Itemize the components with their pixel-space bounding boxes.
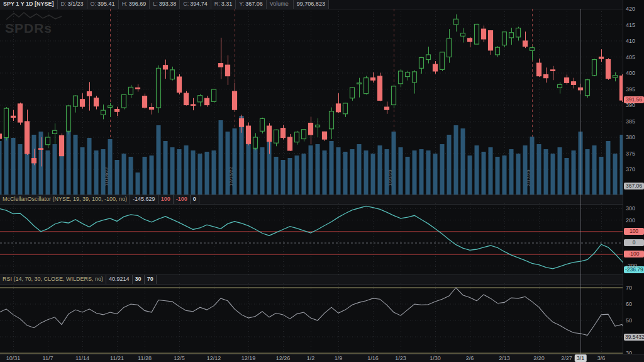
candle-body	[122, 94, 126, 108]
rsi-title[interactable]: RSI (14, 70, 30, CLOSE, WILDERS, no)	[0, 275, 106, 284]
volume-bar	[4, 135, 9, 195]
rsi-axis-label: 60	[626, 301, 632, 307]
volume-bar	[80, 147, 85, 195]
candle-body	[39, 149, 43, 150]
volume-bar	[350, 149, 355, 195]
volume-bar	[558, 147, 562, 195]
volume-bar	[184, 145, 189, 195]
time-axis-label: 12/19	[242, 355, 256, 361]
candle-body	[143, 96, 147, 108]
volume-bar	[516, 154, 521, 195]
volume-label: Volume	[267, 0, 294, 9]
candle-body	[461, 33, 465, 37]
volume-bar	[219, 120, 223, 195]
volume-bar	[461, 128, 465, 195]
indicator-param[interactable]: 0	[190, 195, 199, 204]
candle-body	[509, 33, 514, 38]
candle-body	[101, 110, 106, 115]
price-axis-label: 395	[626, 86, 635, 93]
time-axis[interactable]: 3/1 10/3111/711/1411/2111/2812/512/1212/…	[0, 354, 644, 362]
oscillator-line	[0, 206, 623, 270]
price-axis-label: 410	[626, 38, 635, 44]
candle-body	[274, 130, 279, 143]
volume-bar	[343, 152, 348, 195]
candle-body	[392, 86, 396, 105]
volume-value: 99,706,823	[294, 0, 329, 9]
volume-bar	[336, 147, 341, 195]
candle-body	[247, 126, 251, 144]
oscillator-level-badge: 100	[624, 228, 644, 235]
time-axis-label: 1/30	[430, 355, 441, 361]
price-axis-label: 390	[626, 102, 635, 108]
volume-bar	[108, 139, 113, 195]
volume-bar	[74, 135, 78, 195]
candle-body	[475, 24, 479, 44]
time-axis-label: 11/21	[110, 355, 124, 361]
volume-bar	[288, 158, 292, 195]
time-axis-label: 12/5	[174, 355, 185, 361]
volume-bar	[122, 154, 126, 195]
candle-body	[219, 64, 223, 67]
price-chart-panel[interactable]: 11/18/2212/16/221/20/232/17/23	[0, 9, 623, 195]
candle-body	[233, 91, 237, 110]
candle-body	[433, 64, 438, 71]
volume-bar	[136, 173, 140, 195]
indicator-param[interactable]: 100	[158, 195, 174, 204]
candle-body	[468, 38, 472, 42]
candle-body	[260, 118, 265, 131]
rsi-axis-label: 50	[626, 317, 632, 324]
time-axis-label: 12/26	[276, 355, 291, 361]
oscillator-axis-label: -200	[626, 263, 637, 269]
candle-body	[129, 87, 133, 94]
candle-body	[440, 52, 445, 70]
rsi-line	[0, 288, 623, 337]
volume-bar	[509, 149, 514, 195]
volume-bar	[302, 154, 306, 195]
candle-body	[378, 76, 382, 100]
price-axis-column[interactable]: 391.56 367.06 -236.79 39.5432 4204154104…	[623, 0, 644, 354]
indicator-param[interactable]: -100	[173, 195, 191, 204]
volume-bar	[205, 152, 209, 195]
candle-body	[198, 96, 203, 102]
volume-bar	[371, 154, 375, 195]
candle-body	[343, 103, 348, 114]
indicator-param[interactable]: 30	[132, 275, 145, 284]
candle-body	[212, 89, 216, 101]
oscillator-title[interactable]: McClellanOscillator (NYSE, 19, 39, 100, …	[0, 195, 130, 204]
rsi-panel[interactable]	[0, 283, 623, 354]
candle-body	[11, 116, 16, 117]
price-axis-label: 375	[626, 150, 635, 157]
candle-body	[413, 72, 417, 82]
candle-body	[565, 78, 569, 83]
candle-body	[537, 63, 541, 76]
oscillator-axis-label: 300	[626, 205, 635, 212]
candle-body	[74, 96, 78, 106]
oscillator-panel[interactable]	[0, 203, 623, 274]
volume-bar	[454, 125, 458, 195]
volume-bar	[489, 147, 493, 195]
volume-bar	[164, 141, 168, 195]
candle-body	[606, 60, 611, 79]
candle-body	[447, 38, 452, 57]
candle-body	[240, 118, 244, 127]
rsi-params: 3070	[133, 275, 157, 284]
candle-body	[454, 19, 458, 25]
candle-body	[406, 72, 410, 77]
candle-body	[184, 93, 189, 105]
time-axis-label: 2/20	[533, 355, 545, 361]
volume-bar	[496, 157, 500, 195]
volume-bar	[212, 150, 216, 195]
candle-body	[336, 104, 341, 112]
candle-body	[489, 31, 493, 50]
indicator-param[interactable]: 70	[144, 275, 157, 284]
symbol-info[interactable]: SPY 1 Y 1D [NYSE]	[0, 0, 58, 9]
rsi-value: 40.9214	[106, 275, 133, 284]
volume-bar	[537, 144, 541, 195]
candle-body	[281, 128, 286, 138]
candle-body	[32, 159, 36, 163]
ohlc-fields: D:3/1/23O:395.41H:396.69L:393.38C:394.74…	[58, 0, 267, 9]
volume-bar	[53, 144, 57, 195]
volume-bar	[440, 144, 445, 195]
candle-body	[157, 68, 161, 108]
volume-bar	[198, 154, 203, 195]
